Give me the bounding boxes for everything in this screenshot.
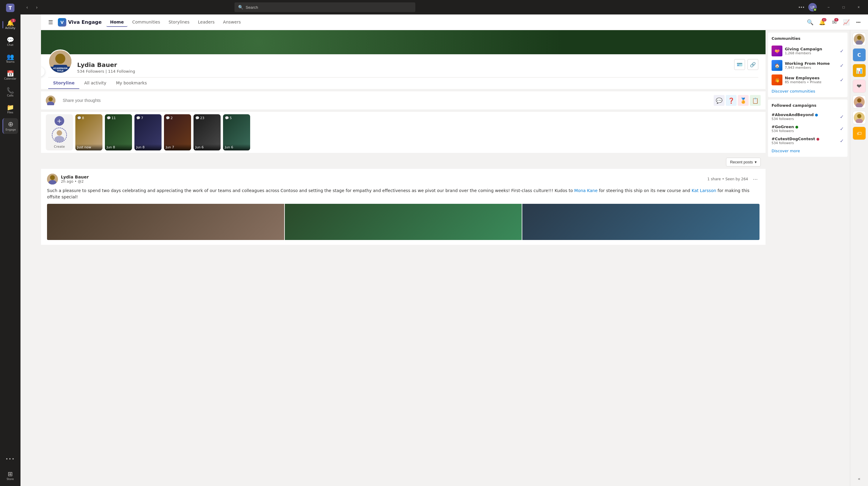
verified-icon: ● [815, 113, 818, 117]
post-link-mona[interactable]: Mona Kane [574, 188, 598, 193]
notifications-button[interactable]: 🔔 12 [817, 18, 827, 27]
back-button[interactable]: ‹ [23, 3, 31, 11]
far-right-heart[interactable]: ❤️ [852, 80, 866, 93]
tab-answers[interactable]: Answers [219, 18, 244, 27]
teams-icon: 👥 [7, 54, 14, 60]
far-right-panel: C 📊 ❤️ 🏷 « [850, 30, 868, 486]
discover-communities-link[interactable]: Discover communities [772, 89, 844, 93]
campaign-dogs[interactable]: #CutestDogContest ● 534 followers ✓ [772, 135, 844, 147]
post-card: Lydia Bauer 2h ago • @2 1 share • [41, 169, 766, 245]
search-input[interactable] [246, 5, 412, 10]
community-name: Working From Home [785, 61, 838, 66]
story-date: Jun 8 [107, 145, 115, 149]
campaigns-card: Followed campaigns #AboveAndBeyond ● 534… [768, 99, 847, 157]
view-card-button[interactable]: 🪪 [734, 59, 745, 70]
story-item[interactable]: 💬8 Just now [75, 114, 102, 150]
post-image-1 [47, 204, 284, 240]
story-item[interactable]: 💬7 Jun 8 [134, 114, 161, 150]
far-right-app7[interactable]: 🏷 [852, 127, 866, 140]
tab-storyline[interactable]: Storyline [48, 78, 79, 89]
post-header: Lydia Bauer 2h ago • @2 1 share • [47, 174, 760, 184]
sidebar-item-engage[interactable]: ⊕ Engage [2, 118, 18, 134]
following-count: 114 Following [108, 69, 135, 73]
minimize-button[interactable]: − [822, 3, 835, 11]
sidebar-item-teams[interactable]: 👥 Teams [2, 51, 18, 66]
viva-engage-logo: V Viva Engage [58, 18, 101, 27]
post-more-button[interactable]: ⋯ [751, 175, 760, 183]
user-avatar[interactable]: LB [808, 3, 817, 11]
sidebar-item-calendar[interactable]: 📅 Calendar [2, 67, 18, 83]
community-giving[interactable]: 💝 Giving Campaign 1,268 members ✓ [772, 44, 844, 58]
window-controls: − □ × [822, 3, 866, 11]
message-tool-button[interactable]: 💬 [714, 95, 724, 106]
maximize-button[interactable]: □ [837, 3, 850, 11]
sidebar-item-more[interactable]: ••• [2, 451, 18, 467]
more-options-button[interactable]: ••• [798, 3, 806, 11]
teams-logo[interactable]: T [5, 2, 16, 13]
sidebar-item-calls[interactable]: 📞 Calls [2, 84, 18, 100]
content-area: ☰ V Viva Engage Home Communities Storyli… [41, 14, 868, 486]
far-right-avatars3[interactable] [852, 111, 866, 124]
analytics-button[interactable]: 📈 [841, 18, 851, 27]
recent-posts-button[interactable]: Recent posts ▾ [726, 158, 761, 166]
story-item[interactable]: 💬2 Jun 7 [164, 114, 191, 150]
qa-tool-button[interactable]: ❓ [726, 95, 737, 106]
story-item[interactable]: 💬23 Jun 6 [193, 114, 221, 150]
inbox-button[interactable]: ✉ 5 [830, 18, 839, 27]
campaign-followers: 534 followers [772, 141, 838, 145]
forward-button[interactable]: › [33, 3, 41, 11]
story-item[interactable]: 💬11 Jun 8 [105, 114, 132, 150]
profile-tabs: Storyline All activity My bookmarks [48, 77, 758, 89]
far-right-app2[interactable]: C [852, 48, 866, 61]
discover-more-link[interactable]: Discover more [772, 149, 844, 153]
post-image-2 [285, 204, 522, 240]
post-body-start: Such a pleasure to spend two days celebr… [47, 188, 574, 193]
sidebar-item-chat[interactable]: 💬 Chat [2, 34, 18, 50]
sidebar-item-store[interactable]: ⊞ Store [2, 468, 18, 484]
collapse-button[interactable]: « [855, 474, 864, 484]
tab-bookmarks[interactable]: My bookmarks [111, 78, 152, 89]
tab-home[interactable]: Home [106, 18, 127, 27]
story-date: Just now [77, 145, 91, 149]
more-button[interactable]: ••• [854, 18, 863, 27]
engage-icon: ⊕ [8, 121, 13, 127]
far-right-avatar1[interactable] [852, 33, 866, 46]
right-panel: Communities 💝 Giving Campaign 1,268 memb… [766, 30, 850, 486]
back-button[interactable]: ‹ [41, 67, 44, 77]
sidebar-item-activity[interactable]: 🔔 Activity 1 [2, 17, 18, 33]
campaign-info: #GoGreen ● 534 followers [772, 124, 838, 133]
tab-communities[interactable]: Communities [129, 18, 164, 27]
story-overlay: Jun 6 [223, 144, 250, 150]
praise-tool-button[interactable]: 🏅 [738, 95, 749, 106]
story-item[interactable]: 💬5 Jun 6 [223, 114, 250, 150]
share-input[interactable] [59, 96, 710, 105]
feed-area: ‹ #CAMPAIGN TI [41, 30, 766, 486]
community-new-emp[interactable]: 👋 New Employees 85 members • Private ✓ [772, 73, 844, 87]
search-button[interactable]: 🔍 [805, 18, 815, 27]
community-meta: 7,943 members [785, 66, 838, 70]
outline-tool-button[interactable]: 📋 [750, 95, 761, 106]
campaign-above[interactable]: #AboveAndBeyond ● 534 followers ✓ [772, 111, 844, 123]
story-create-item[interactable]: + Create [46, 114, 73, 150]
story-comments: 💬2 [166, 116, 173, 120]
far-right-avatar2[interactable] [852, 95, 866, 109]
post-link-kat[interactable]: Kat Larsson [692, 188, 716, 193]
tab-all-activity[interactable]: All activity [79, 78, 111, 89]
recent-posts-bar: Recent posts ▾ [41, 155, 766, 169]
far-right-app3[interactable]: 📊 [852, 64, 866, 77]
profile-stats: 534 Followers | 114 Following [77, 69, 730, 73]
tab-leaders[interactable]: Leaders [194, 18, 218, 27]
sidebar-item-files[interactable]: 📁 Files [2, 101, 18, 117]
sidebar-item-label: Chat [7, 43, 13, 47]
close-button[interactable]: × [852, 3, 866, 11]
hamburger-button[interactable]: ☰ [46, 18, 56, 27]
story-comments: 💬23 [195, 116, 204, 120]
post-time: 2h ago • @2 [61, 179, 704, 184]
top-navigation: ☰ V Viva Engage Home Communities Storyli… [41, 14, 868, 30]
community-wfh[interactable]: 🏠 Working From Home 7,943 members ✓ [772, 58, 844, 73]
copy-link-button[interactable]: 🔗 [747, 59, 758, 70]
post-image-3 [522, 204, 760, 240]
campaign-gogreen[interactable]: #GoGreen ● 534 followers ✓ [772, 123, 844, 135]
notifications-badge: 12 [822, 18, 827, 22]
tab-storylines[interactable]: Storylines [165, 18, 193, 27]
